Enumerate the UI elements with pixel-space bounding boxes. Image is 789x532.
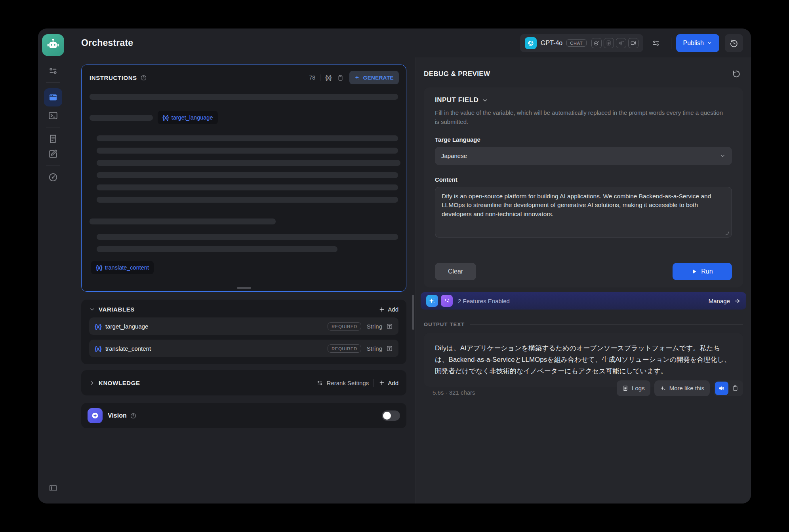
toolbar-divider [671,38,671,49]
clear-button[interactable]: Clear [435,263,476,280]
manage-label: Manage [709,298,730,304]
generate-button[interactable]: GENERATE [349,71,399,84]
help-icon[interactable] [130,412,137,419]
vision-toggle[interactable] [382,410,400,421]
resize-grip-icon[interactable] [724,231,729,236]
rerank-label: Rerank Settings [327,380,369,386]
speaker-button[interactable] [715,382,728,395]
sliders-icon [652,39,660,48]
orchestrate-pane: INSTRUCTIONS 78 {x} [68,57,416,504]
audio-actions-group [714,380,743,396]
variable-name: target_language [105,323,148,330]
sidebar-divider [46,165,60,166]
model-name: GPT-4o [541,40,562,47]
header-divider [320,74,320,81]
variable-name: translate_content [105,345,151,352]
variables-title: VARIABLES [99,306,135,313]
app-window-icon [48,93,58,102]
model-parameters-button[interactable] [648,35,664,51]
sidebar-item-orchestrate-active[interactable] [44,88,62,106]
features-bar[interactable]: T 2 Features Enabled Manage [421,292,746,310]
skeleton-line [90,218,276,224]
string-type-icon[interactable] [386,345,393,352]
sidebar-item-monitoring[interactable] [45,170,61,185]
add-knowledge-button[interactable]: Add [379,380,398,386]
model-capabilities [591,38,638,48]
openai-logo-icon [525,37,537,49]
skeleton-line [90,115,153,121]
input-field-title: INPUT FIELD [435,96,478,104]
features-enabled-text: 2 Features Enabled [458,298,510,304]
skeleton-line [97,135,398,141]
select-value: Japanese [441,152,467,159]
variable-chip-label: target_language [172,114,213,121]
scrollbar-thumb[interactable] [412,295,414,330]
sidebar-item-settings[interactable] [45,63,61,78]
input-field-header[interactable]: INPUT FIELD [435,96,732,104]
app-window: Orchestrate GPT-4o CHAT [38,28,751,504]
target-language-select[interactable]: Japanese [435,147,732,165]
variable-chip-translate-content[interactable]: {x} translate_content [91,261,154,274]
resize-handle[interactable] [237,287,251,289]
collapse-sidebar-button[interactable] [45,481,61,496]
main-area: Orchestrate GPT-4o CHAT [68,28,751,504]
history-clock-icon [729,38,739,48]
copy-icon[interactable] [337,74,344,81]
add-variable-button[interactable]: Add [379,306,398,313]
skeleton-line [97,184,398,190]
video-capability-icon [628,38,638,48]
run-button[interactable]: Run [673,263,732,280]
required-badge: REQUIRED [328,322,361,331]
help-icon[interactable] [140,74,147,81]
sidebar-divider [46,82,60,83]
instructions-title: INSTRUCTIONS [90,74,137,81]
app-logo[interactable] [42,34,64,56]
variable-chip-target-language[interactable]: {x} target_language [158,111,218,124]
instructions-editor[interactable]: {x} target_language [82,87,406,291]
rerank-settings-button[interactable]: Rerank Settings [316,380,369,386]
publish-button[interactable]: Publish [676,34,719,52]
manage-features-button[interactable]: Manage [709,298,741,304]
arrow-right-icon [734,298,741,304]
variable-row-target-language[interactable]: {x} target_language REQUIRED String [89,317,398,335]
robot-icon [45,37,61,53]
logs-button[interactable]: Logs [617,380,650,396]
copy-output-button[interactable] [728,382,742,395]
insert-variable-icon[interactable]: {x} [325,74,332,81]
reset-icon[interactable] [731,69,741,79]
chevron-down-icon [482,97,488,103]
chevron-down-icon[interactable] [89,306,95,312]
string-type-icon[interactable] [386,323,393,330]
variable-row-translate-content[interactable]: {x} translate_content REQUIRED String [89,340,398,357]
instructions-panel[interactable]: INSTRUCTIONS 78 {x} [81,65,406,292]
vision-capability-icon [591,38,602,48]
add-label: Add [388,380,398,386]
skeleton-line [97,197,398,203]
chevron-right-icon[interactable] [89,380,95,386]
model-mode-badge: CHAT [566,39,586,47]
more-like-this-button[interactable]: More like this [654,380,710,396]
run-label: Run [701,268,713,275]
sidebar-item-logs[interactable] [45,131,61,146]
sliders-icon [48,66,58,76]
output-card: Difyは、AIアプリケーションを構築するためのオープンソースプラットフォームで… [424,333,743,387]
variable-icon: {x} [95,323,101,330]
gauge-icon [48,172,58,182]
file-capability-icon [604,38,614,48]
more-like-this-label: More like this [669,385,704,391]
variable-chip-label: translate_content [105,264,149,271]
sidebar-item-terminal[interactable] [45,108,61,123]
target-language-label: Targe Language [435,136,732,143]
play-icon [692,269,697,274]
plus-icon [379,306,385,313]
sparkle-icon [354,75,360,81]
vision-section: Vision [81,403,406,428]
version-history-button[interactable] [725,34,743,52]
sidebar-item-annotation[interactable] [45,146,61,162]
content-textarea[interactable]: Dify is an open-source platform for buil… [435,187,732,238]
variable-icon: {x} [162,114,169,121]
terminal-icon [48,110,58,121]
model-selector[interactable]: GPT-4o CHAT [520,34,643,52]
variable-icon: {x} [95,345,101,352]
output-rule [470,324,743,325]
